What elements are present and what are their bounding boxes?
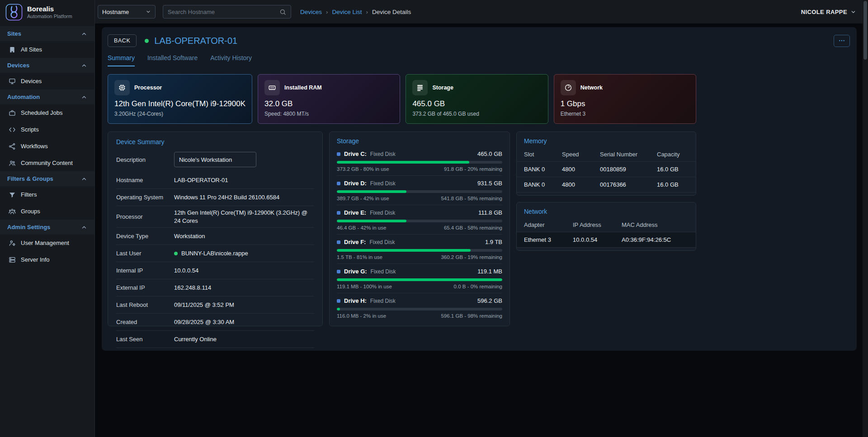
drive-usage-fill [337, 308, 340, 310]
code-icon [8, 126, 16, 133]
brand-text: Borealis Automation Platform [27, 5, 72, 19]
stat-value: 1 Gbps [561, 99, 689, 108]
drive-remaining: 0.0 B - 0% remaining [454, 284, 502, 289]
detail-tabs: Summary Installed Software Activity Hist… [108, 54, 850, 66]
description-input[interactable] [174, 152, 256, 167]
drive-usage-fill [337, 278, 502, 281]
drive-used: 119.1 MB - 100% in use [337, 284, 392, 289]
cell-slot: BANK 0 [524, 166, 562, 173]
storage-card: Storage Drive C: Fixed Disk 465.0 GB 373… [329, 132, 510, 326]
sidebar-item-all-sites[interactable]: All Sites [0, 41, 94, 58]
sidebar-item-filters[interactable]: Filters [0, 186, 94, 203]
tab-installed-software[interactable]: Installed Software [147, 54, 198, 66]
sidebar-item-label: Groups [21, 208, 40, 215]
summary-row-last-reboot: Last Reboot 09/11/2025 @ 3:52 PM [116, 296, 314, 314]
tab-activity-history[interactable]: Activity History [210, 54, 252, 66]
back-button[interactable]: BACK [108, 34, 137, 47]
summary-row-last-user: Last User BUNNY-LAB\nicole.rappe [116, 245, 314, 262]
user-gear-icon [8, 239, 16, 247]
stat-value: 465.0 GB [412, 99, 541, 108]
cell-capacity: 16.0 GB [657, 166, 689, 173]
drive-used: 389.7 GB - 42% in use [337, 196, 389, 201]
stat-caption: Speed: 4800 MT/s [264, 111, 393, 118]
sidebar-item-label: Scheduled Jobs [21, 109, 63, 116]
cell-serial: 00180859 [600, 166, 657, 173]
search-icon[interactable] [279, 9, 286, 15]
search-field-selected: Hostname [102, 9, 129, 15]
drive-size: 465.0 GB [477, 150, 502, 157]
sidebar-section-automation[interactable]: Automation [0, 89, 94, 104]
drive-size: 931.5 GB [477, 180, 502, 187]
network-gauge-icon [561, 80, 576, 95]
sidebar-item-groups[interactable]: Groups [0, 203, 94, 220]
sidebar-item-label: Workflows [21, 143, 48, 150]
summary-row-external-ip: External IP 162.248.8.114 [116, 279, 314, 296]
sidebar-item-scheduled-jobs[interactable]: Scheduled Jobs [0, 104, 94, 121]
summary-row-created: Created 09/28/2025 @ 3:30 AM [116, 314, 314, 331]
drive-name: Drive H: [344, 297, 367, 304]
search-field-select[interactable]: Hostname [98, 5, 156, 19]
drive-usage-bar [337, 308, 502, 310]
network-table-header: Adapter IP Address MAC Address [517, 218, 696, 232]
chevron-up-icon [81, 62, 87, 69]
sidebar-section-sites[interactable]: Sites [0, 26, 94, 41]
summary-label: Last User [116, 250, 174, 257]
filter-icon [8, 191, 16, 198]
page-scrollbar[interactable] [863, 0, 868, 437]
column-header: Speed [562, 151, 600, 158]
sidebar-item-workflows[interactable]: Workflows [0, 138, 94, 155]
stat-card-storage: Storage 465.0 GB 373.2 GB of 465.0 GB us… [406, 74, 548, 124]
memory-card: Memory Slot Speed Serial Number Capacity… [516, 132, 696, 196]
drive-used: 1.5 TB - 81% in use [337, 254, 382, 260]
drive-type: Fixed Disk [370, 210, 395, 216]
summary-label: Last Reboot [116, 301, 174, 308]
detail-columns: Device Summary Description Hostname LAB-… [108, 132, 696, 326]
breadcrumb-device-list[interactable]: Device List [332, 9, 362, 15]
sidebar: Borealis Automation Platform Sites All S… [0, 0, 95, 437]
device-summary-card: Device Summary Description Hostname LAB-… [108, 132, 323, 326]
summary-value: 162.248.8.114 [174, 284, 211, 292]
tab-summary[interactable]: Summary [108, 54, 135, 66]
page-title: LAB-OPERATOR-01 [154, 36, 237, 46]
sidebar-item-label: All Sites [21, 46, 42, 53]
stat-caption: Ethernet 3 [561, 111, 689, 118]
sidebar-item-devices[interactable]: Devices [0, 73, 94, 89]
drive-usage-bar [337, 220, 502, 222]
stat-card-processor: Processor 12th Gen Intel(R) Core(TM) i9-… [108, 74, 252, 124]
more-actions-button[interactable] [834, 35, 850, 47]
cell-speed: 4800 [562, 166, 600, 173]
stat-title: Processor [134, 85, 162, 91]
breadcrumb-devices[interactable]: Devices [300, 9, 322, 15]
sidebar-section-filters-groups[interactable]: Filters & Groups [0, 171, 94, 186]
stat-card-ram: Installed RAM 32.0 GB Speed: 4800 MT/s [258, 74, 400, 124]
network-card: Network Adapter IP Address MAC Address E… [516, 202, 696, 251]
column-header: Serial Number [600, 151, 657, 158]
panel-header: BACK LAB-OPERATOR-01 [108, 34, 850, 47]
drive-name: Drive C: [344, 150, 367, 157]
section-label-filters-groups: Filters & Groups [7, 175, 53, 182]
column-header: IP Address [573, 221, 622, 228]
summary-row-operating-system: Operating System Windows 11 Pro 24H2 Bui… [116, 189, 314, 206]
card-title: Storage [337, 137, 359, 145]
search-input[interactable] [168, 9, 276, 15]
drive-name: Drive D: [344, 180, 367, 187]
brand-block[interactable]: Borealis Automation Platform [0, 0, 94, 26]
stat-value: 12th Gen Intel(R) Core(TM) i9-12900K [114, 99, 245, 108]
column-header: MAC Address [622, 221, 689, 228]
workflow-icon [8, 142, 16, 150]
sidebar-item-server-info[interactable]: Server Info [0, 251, 94, 268]
drive-bullet-icon [337, 182, 340, 185]
sidebar-section-devices[interactable]: Devices [0, 58, 94, 73]
user-menu[interactable]: NICOLE RAPPE [801, 9, 864, 15]
scrollbar-thumb[interactable] [863, 1, 867, 60]
sidebar-section-admin-settings[interactable]: Admin Settings [0, 220, 94, 235]
ellipsis-icon [838, 37, 845, 44]
drive-type: Fixed Disk [370, 180, 396, 187]
app-root: Borealis Automation Platform Sites All S… [0, 0, 868, 437]
sidebar-item-community-content[interactable]: Community Content [0, 155, 94, 171]
user-name: NICOLE RAPPE [801, 9, 847, 15]
sidebar-item-scripts[interactable]: Scripts [0, 121, 94, 138]
sidebar-item-user-management[interactable]: User Management [0, 235, 94, 251]
stat-caption: 373.2 GB of 465.0 GB used [412, 111, 541, 118]
hostname-search [163, 5, 291, 19]
